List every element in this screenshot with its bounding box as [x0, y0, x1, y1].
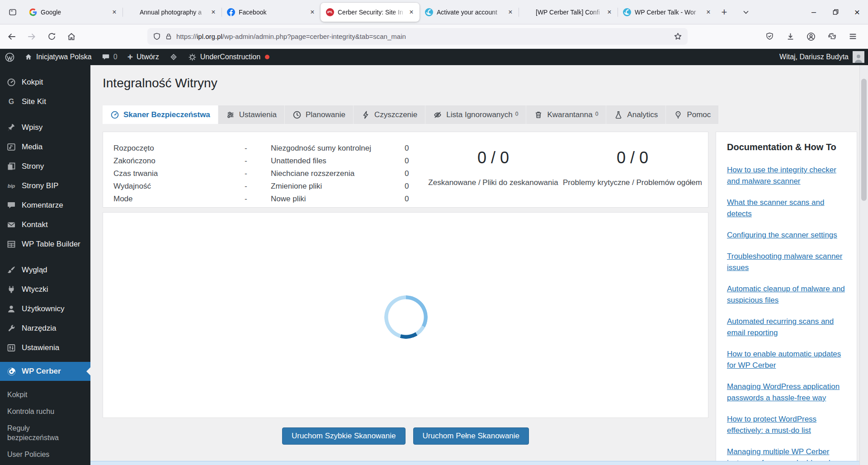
comments-count: 0	[113, 53, 118, 61]
sidebar-item-wpisy[interactable]: Wpisy	[0, 118, 90, 137]
tab-close-icon[interactable]: ×	[604, 7, 615, 18]
sidebar-item-komentarze[interactable]: Komentarze	[0, 195, 90, 215]
cerber-submenu-user-policies[interactable]: User Policies	[0, 446, 90, 463]
sidebar-item-wp-cerber[interactable]: WP Cerber	[0, 362, 90, 381]
browser-tab-facebook[interactable]: Facebook ×	[222, 3, 321, 22]
toolbar-right-icons	[761, 28, 868, 45]
browser-tab-google[interactable]: Google ×	[24, 3, 123, 22]
sidebar-item-label: Wtyczki	[22, 285, 48, 294]
home-button[interactable]	[63, 28, 80, 45]
doc-link[interactable]: Automated recurring scans and email repo…	[727, 316, 846, 338]
big-stat-caption: Problemy krytyczne / Problemów ogółem	[544, 178, 721, 187]
quick-scan-button[interactable]: Uruchom Szybkie Skanowanie	[282, 427, 406, 445]
cerber-submenu-reguly-bezpieczenstwa[interactable]: Reguły bezpieczeństwa	[0, 420, 77, 446]
scan-counters-column: Niezgodność sumy kontrolnej0 Unattended …	[271, 142, 420, 205]
cerber-submenu-kontrola-ruchu[interactable]: Kontrola ruchu	[0, 403, 90, 420]
sidebar-item-kontakt[interactable]: Kontakt	[0, 215, 90, 234]
tab-close-icon[interactable]: ×	[505, 7, 516, 18]
tab-kwarantanna[interactable]: Kwarantanna0	[526, 105, 606, 124]
window-minimize-button[interactable]: –	[803, 0, 825, 24]
list-all-tabs-button[interactable]	[738, 5, 754, 20]
sidebar-item-media[interactable]: Media	[0, 137, 90, 157]
url-text[interactable]: https://ipl.org.pl/wp-admin/admin.php?pa…	[176, 33, 674, 40]
sliders-icon	[226, 110, 235, 119]
tab-close-icon[interactable]: ×	[307, 7, 318, 18]
new-content-menu[interactable]: + Utwórz	[123, 49, 164, 65]
svg-text:bip: bip	[8, 183, 15, 189]
menu-separator	[0, 111, 90, 118]
wordpress-logo-icon	[5, 52, 14, 62]
tab-close-icon[interactable]: ×	[406, 7, 417, 18]
tab-czyszczenie[interactable]: Czyszczenie	[354, 105, 425, 124]
tracking-protection-shield-icon[interactable]	[153, 33, 161, 41]
sidebar-item-site-kit[interactable]: G Site Kit	[0, 92, 90, 111]
browser-tab-activate-account[interactable]: Activate your account ×	[420, 3, 519, 22]
page-scrollbar[interactable]	[859, 65, 868, 465]
sidebar-item-uzytkownicy[interactable]: Użytkownicy	[0, 299, 90, 318]
url-bar[interactable]: https://ipl.org.pl/wp-admin/admin.php?pa…	[147, 28, 688, 45]
comments-menu[interactable]: 0	[97, 49, 123, 65]
sidebar-item-strony-bip[interactable]: bip Strony BIP	[0, 176, 90, 195]
window-restore-button[interactable]	[825, 0, 846, 24]
sidebar-item-wp-table-builder[interactable]: WP Table Builder	[0, 234, 90, 254]
doc-link[interactable]: Configuring the scanner settings	[727, 229, 846, 241]
doc-link[interactable]: How to use the integrity checker and mal…	[727, 164, 846, 187]
tab-skaner-bezpieczenstwa[interactable]: Skaner Bezpieczeństwa	[103, 105, 218, 124]
menu-separator	[0, 254, 90, 260]
new-tab-button[interactable]: +	[717, 5, 732, 20]
sidebar-item-wtyczki[interactable]: Wtyczki	[0, 280, 90, 299]
tab-ustawienia[interactable]: Ustawienia	[218, 105, 285, 124]
sidebar-item-label: Media	[22, 142, 42, 152]
tab-lista-ignorowanych[interactable]: Lista Ignorowanych0	[425, 105, 526, 124]
scrollbar-thumb[interactable]	[861, 79, 867, 201]
reload-button[interactable]	[43, 28, 60, 45]
privacy-shield-icon[interactable]	[761, 28, 778, 45]
seo-diamond-menu[interactable]	[164, 49, 183, 65]
bookmark-star-icon[interactable]	[674, 32, 682, 41]
sidebar-item-ustawienia[interactable]: Ustawienia	[0, 338, 90, 357]
sidebar-item-kokpit[interactable]: Kokpit	[0, 72, 90, 92]
back-button[interactable]	[4, 28, 20, 45]
site-name-menu[interactable]: Inicjatywa Polska	[19, 49, 97, 65]
scan-log-panel	[103, 212, 708, 418]
tab-analytics[interactable]: Analytics	[606, 105, 666, 124]
browser-tab-annual-photography[interactable]: Annual photography a ×	[123, 3, 222, 22]
stat-value: -	[245, 169, 247, 178]
doc-link[interactable]: Troubleshooting malware scanner issues	[727, 251, 846, 273]
sidebar-item-wyglad[interactable]: Wygląd	[0, 260, 90, 280]
extensions-puzzle-icon[interactable]	[824, 28, 840, 45]
tab-close-icon[interactable]: ×	[109, 7, 120, 18]
status-red-dot	[265, 55, 269, 59]
admin-bar-account[interactable]: Witaj, Dariusz Budyta	[779, 51, 868, 63]
stat-value: -	[245, 157, 247, 166]
under-construction-menu[interactable]: UnderConstruction	[183, 49, 274, 65]
full-scan-button[interactable]: Uruchom Pełne Skanowanie	[413, 427, 529, 445]
sidebar-item-strony[interactable]: Strony	[0, 157, 90, 176]
menu-hamburger-icon[interactable]	[844, 28, 861, 45]
doc-link[interactable]: Automatic cleanup of malware and suspici…	[727, 283, 846, 306]
url-path: /wp-admin/admin.php?page=cerber-integrit…	[222, 33, 406, 40]
browser-tab-cerber-security-active[interactable]: iPL Cerber Security: Site In ×	[321, 3, 420, 22]
doc-link[interactable]: What the scanner scans and detects	[727, 197, 846, 219]
firefox-view-button[interactable]	[5, 4, 21, 20]
scan-actions: Uruchom Szybkie Skanowanie Uruchom Pełne…	[103, 427, 708, 445]
tab-planowanie[interactable]: Planowanie	[285, 105, 354, 124]
tab-close-icon[interactable]: ×	[703, 7, 714, 18]
doc-link[interactable]: Managing WordPress application passwords…	[727, 381, 846, 403]
gauge-icon	[110, 110, 119, 119]
sidebar-item-narzedzia[interactable]: Narzędzia	[0, 318, 90, 338]
lock-icon[interactable]	[165, 33, 172, 40]
browser-tab-wp-cerber-talk[interactable]: WP Cerber Talk - Wor ×	[618, 3, 717, 22]
window-close-button[interactable]: ×	[846, 0, 868, 24]
tab-close-icon[interactable]: ×	[208, 7, 219, 18]
browser-tab-wp-cerber-talk-mail[interactable]: [WP Cerber Talk] Confi ×	[519, 3, 618, 22]
account-icon[interactable]	[803, 28, 819, 45]
doc-link[interactable]: How to protect WordPress effectively: a …	[727, 413, 846, 436]
downloads-icon[interactable]	[782, 28, 798, 45]
doc-link[interactable]: How to enable automatic updates for WP C…	[727, 348, 846, 371]
tab-pomoc[interactable]: Pomoc	[666, 105, 718, 124]
forward-button[interactable]	[24, 28, 40, 45]
wp-logo-menu[interactable]	[0, 49, 19, 65]
cerber-submenu-kokpit[interactable]: Kokpit	[0, 386, 90, 403]
sidebar-item-label: Ustawienia	[22, 343, 59, 352]
